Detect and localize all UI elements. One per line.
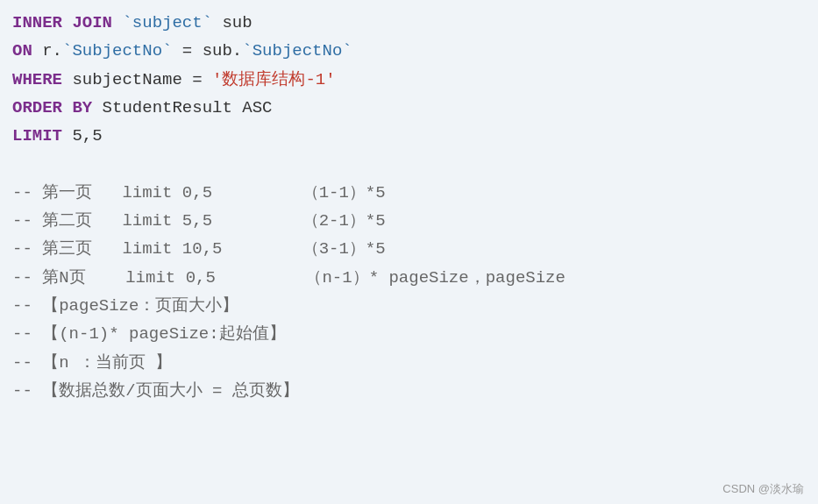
limit-value: 5,5 — [62, 126, 103, 146]
keyword-inner-join: INNER JOIN — [12, 13, 112, 32]
keyword-order-by: ORDER BY — [12, 98, 92, 117]
comment-line-4: -- 第N页 limit 0,5 （n-1）* pageSize，pageSiz… — [12, 264, 806, 292]
code-line-1: INNER JOIN `subject` sub — [12, 9, 806, 37]
order-field: StudentResult ASC — [92, 98, 272, 117]
comment-line-7: -- 【n ：当前页 】 — [12, 349, 806, 377]
code-line-2: ON r.`SubjectNo` = sub.`SubjectNo` — [12, 37, 806, 65]
blank-line — [12, 150, 806, 178]
comment-line-5: -- 【pageSize：页面大小】 — [12, 292, 806, 320]
col-subjectno-r: `SubjectNo` — [62, 41, 172, 60]
keyword-limit: LIMIT — [12, 126, 62, 146]
comment-line-2: -- 第二页 limit 5,5 （2-1）*5 — [12, 207, 806, 235]
comment-line-3: -- 第三页 limit 10,5 （3-1）*5 — [12, 235, 806, 263]
comment-line-6: -- 【(n-1)* pageSize:起始值】 — [12, 320, 806, 348]
keyword-where: WHERE — [12, 70, 62, 89]
alias-sub: sub — [212, 13, 253, 32]
string-subject-name: '数据库结构-1' — [212, 70, 336, 89]
comment-line-8: -- 【数据总数/页面大小 = 总页数】 — [12, 377, 806, 405]
col-subjectno-sub: `SubjectNo` — [242, 41, 352, 60]
code-line-3: WHERE subjectName = '数据库结构-1' — [12, 66, 806, 94]
keyword-on: ON — [12, 41, 32, 60]
equals: = sub. — [172, 41, 242, 60]
code-container: INNER JOIN `subject` sub ON r.`SubjectNo… — [0, 0, 818, 504]
code-line-5: LIMIT 5,5 — [12, 122, 806, 150]
comment-line-1: -- 第一页 limit 0,5 （1-1）*5 — [12, 179, 806, 207]
table-subject: `subject` — [122, 13, 212, 32]
where-field: subjectName = — [62, 70, 212, 89]
code-line-4: ORDER BY StudentResult ASC — [12, 94, 806, 122]
on-left: r. — [32, 41, 62, 60]
watermark: CSDN @淡水瑜 — [722, 481, 804, 497]
